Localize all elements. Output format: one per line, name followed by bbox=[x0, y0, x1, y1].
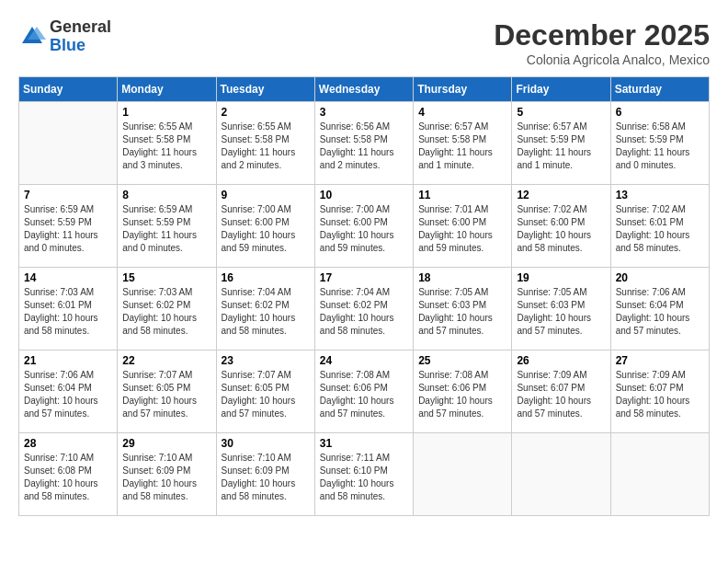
day-info: Sunrise: 7:06 AM Sunset: 6:04 PM Dayligh… bbox=[616, 286, 704, 338]
calendar-cell: 25Sunrise: 7:08 AM Sunset: 6:06 PM Dayli… bbox=[414, 350, 512, 433]
logo: General Blue bbox=[18, 18, 111, 55]
calendar-cell: 1Sunrise: 6:55 AM Sunset: 5:58 PM Daylig… bbox=[118, 102, 216, 185]
day-info: Sunrise: 7:03 AM Sunset: 6:01 PM Dayligh… bbox=[24, 286, 112, 338]
month-title: December 2025 bbox=[494, 18, 710, 52]
day-info: Sunrise: 7:02 AM Sunset: 6:01 PM Dayligh… bbox=[616, 203, 704, 255]
calendar-table: SundayMondayTuesdayWednesdayThursdayFrid… bbox=[18, 76, 710, 516]
day-info: Sunrise: 7:00 AM Sunset: 6:00 PM Dayligh… bbox=[320, 203, 408, 255]
day-number: 26 bbox=[517, 354, 605, 367]
day-info: Sunrise: 6:57 AM Sunset: 5:58 PM Dayligh… bbox=[418, 121, 506, 172]
day-number: 30 bbox=[222, 437, 310, 450]
day-info: Sunrise: 6:57 AM Sunset: 5:59 PM Dayligh… bbox=[517, 121, 605, 172]
calendar-cell: 29Sunrise: 7:10 AM Sunset: 6:09 PM Dayli… bbox=[118, 433, 216, 516]
calendar-week-row-4: 21Sunrise: 7:06 AM Sunset: 6:04 PM Dayli… bbox=[19, 350, 710, 433]
day-info: Sunrise: 7:07 AM Sunset: 6:05 PM Dayligh… bbox=[122, 369, 210, 420]
calendar-cell: 28Sunrise: 7:10 AM Sunset: 6:08 PM Dayli… bbox=[19, 433, 118, 516]
day-number: 10 bbox=[320, 189, 408, 201]
day-info: Sunrise: 6:58 AM Sunset: 5:59 PM Dayligh… bbox=[616, 121, 704, 172]
weekday-header-wednesday: Wednesday bbox=[314, 77, 413, 102]
calendar-cell: 5Sunrise: 6:57 AM Sunset: 5:59 PM Daylig… bbox=[512, 102, 610, 185]
day-number: 4 bbox=[418, 106, 506, 119]
day-number: 16 bbox=[222, 271, 310, 284]
calendar-cell: 16Sunrise: 7:04 AM Sunset: 6:02 PM Dayli… bbox=[216, 268, 314, 350]
calendar-cell: 19Sunrise: 7:05 AM Sunset: 6:03 PM Dayli… bbox=[512, 268, 610, 350]
calendar-cell: 7Sunrise: 6:59 AM Sunset: 5:59 PM Daylig… bbox=[19, 185, 118, 268]
calendar-cell: 23Sunrise: 7:07 AM Sunset: 6:05 PM Dayli… bbox=[216, 350, 314, 433]
calendar-cell: 31Sunrise: 7:11 AM Sunset: 6:10 PM Dayli… bbox=[314, 433, 413, 516]
day-info: Sunrise: 7:09 AM Sunset: 6:07 PM Dayligh… bbox=[616, 369, 704, 420]
logo-blue-text: Blue bbox=[50, 37, 111, 55]
day-number: 12 bbox=[517, 189, 605, 201]
day-info: Sunrise: 7:04 AM Sunset: 6:02 PM Dayligh… bbox=[320, 286, 408, 338]
day-number: 9 bbox=[222, 189, 310, 201]
calendar-cell: 20Sunrise: 7:06 AM Sunset: 6:04 PM Dayli… bbox=[610, 268, 709, 350]
calendar-cell: 17Sunrise: 7:04 AM Sunset: 6:02 PM Dayli… bbox=[314, 268, 413, 350]
page-header: General Blue December 2025 Colonia Agric… bbox=[18, 18, 710, 67]
day-info: Sunrise: 7:01 AM Sunset: 6:00 PM Dayligh… bbox=[418, 203, 506, 255]
day-info: Sunrise: 7:10 AM Sunset: 6:09 PM Dayligh… bbox=[222, 452, 310, 503]
calendar-cell: 6Sunrise: 6:58 AM Sunset: 5:59 PM Daylig… bbox=[610, 102, 709, 185]
day-number: 27 bbox=[616, 354, 704, 367]
day-info: Sunrise: 7:05 AM Sunset: 6:03 PM Dayligh… bbox=[517, 286, 605, 338]
day-info: Sunrise: 7:10 AM Sunset: 6:08 PM Dayligh… bbox=[24, 452, 112, 503]
calendar-cell: 15Sunrise: 7:03 AM Sunset: 6:02 PM Dayli… bbox=[118, 268, 216, 350]
day-info: Sunrise: 7:04 AM Sunset: 6:02 PM Dayligh… bbox=[222, 286, 310, 338]
day-number: 7 bbox=[24, 189, 112, 201]
calendar-cell bbox=[414, 433, 512, 516]
calendar-cell bbox=[512, 433, 610, 516]
day-number: 25 bbox=[418, 354, 506, 367]
day-info: Sunrise: 6:59 AM Sunset: 5:59 PM Dayligh… bbox=[24, 203, 112, 255]
day-number: 21 bbox=[24, 354, 112, 367]
calendar-cell: 26Sunrise: 7:09 AM Sunset: 6:07 PM Dayli… bbox=[512, 350, 610, 433]
day-info: Sunrise: 6:56 AM Sunset: 5:58 PM Dayligh… bbox=[320, 121, 408, 172]
day-info: Sunrise: 7:06 AM Sunset: 6:04 PM Dayligh… bbox=[24, 369, 112, 420]
calendar-cell: 18Sunrise: 7:05 AM Sunset: 6:03 PM Dayli… bbox=[414, 268, 512, 350]
calendar-cell: 21Sunrise: 7:06 AM Sunset: 6:04 PM Dayli… bbox=[19, 350, 118, 433]
weekday-header-friday: Friday bbox=[512, 77, 610, 102]
calendar-cell: 13Sunrise: 7:02 AM Sunset: 6:01 PM Dayli… bbox=[610, 185, 709, 268]
day-number: 6 bbox=[616, 106, 704, 119]
calendar-cell bbox=[19, 102, 118, 185]
calendar-week-row-2: 7Sunrise: 6:59 AM Sunset: 5:59 PM Daylig… bbox=[19, 185, 710, 268]
calendar-week-row-3: 14Sunrise: 7:03 AM Sunset: 6:01 PM Dayli… bbox=[19, 268, 710, 350]
calendar-cell: 4Sunrise: 6:57 AM Sunset: 5:58 PM Daylig… bbox=[414, 102, 512, 185]
calendar-cell: 3Sunrise: 6:56 AM Sunset: 5:58 PM Daylig… bbox=[314, 102, 413, 185]
calendar-cell: 22Sunrise: 7:07 AM Sunset: 6:05 PM Dayli… bbox=[118, 350, 216, 433]
day-number: 19 bbox=[517, 271, 605, 284]
day-number: 15 bbox=[122, 271, 210, 284]
location-subtitle: Colonia Agricola Analco, Mexico bbox=[494, 52, 710, 67]
calendar-cell: 10Sunrise: 7:00 AM Sunset: 6:00 PM Dayli… bbox=[314, 185, 413, 268]
logo-icon bbox=[18, 23, 46, 51]
day-number: 20 bbox=[616, 271, 704, 284]
calendar-week-row-5: 28Sunrise: 7:10 AM Sunset: 6:08 PM Dayli… bbox=[19, 433, 710, 516]
day-number: 17 bbox=[320, 271, 408, 284]
weekday-header-monday: Monday bbox=[118, 77, 216, 102]
day-info: Sunrise: 6:55 AM Sunset: 5:58 PM Dayligh… bbox=[222, 121, 310, 172]
day-number: 1 bbox=[122, 106, 210, 119]
calendar-cell: 12Sunrise: 7:02 AM Sunset: 6:00 PM Dayli… bbox=[512, 185, 610, 268]
calendar-cell: 9Sunrise: 7:00 AM Sunset: 6:00 PM Daylig… bbox=[216, 185, 314, 268]
day-info: Sunrise: 7:07 AM Sunset: 6:05 PM Dayligh… bbox=[222, 369, 310, 420]
day-info: Sunrise: 6:55 AM Sunset: 5:58 PM Dayligh… bbox=[122, 121, 210, 172]
day-number: 22 bbox=[122, 354, 210, 367]
day-number: 5 bbox=[517, 106, 605, 119]
calendar-week-row-1: 1Sunrise: 6:55 AM Sunset: 5:58 PM Daylig… bbox=[19, 102, 710, 185]
calendar-cell: 27Sunrise: 7:09 AM Sunset: 6:07 PM Dayli… bbox=[610, 350, 709, 433]
calendar-cell: 14Sunrise: 7:03 AM Sunset: 6:01 PM Dayli… bbox=[19, 268, 118, 350]
weekday-header-thursday: Thursday bbox=[414, 77, 512, 102]
day-info: Sunrise: 7:10 AM Sunset: 6:09 PM Dayligh… bbox=[122, 452, 210, 503]
calendar-cell: 24Sunrise: 7:08 AM Sunset: 6:06 PM Dayli… bbox=[314, 350, 413, 433]
day-info: Sunrise: 7:08 AM Sunset: 6:06 PM Dayligh… bbox=[320, 369, 408, 420]
weekday-header-saturday: Saturday bbox=[610, 77, 709, 102]
day-info: Sunrise: 6:59 AM Sunset: 5:59 PM Dayligh… bbox=[122, 203, 210, 255]
day-number: 3 bbox=[320, 106, 408, 119]
day-info: Sunrise: 7:11 AM Sunset: 6:10 PM Dayligh… bbox=[320, 452, 408, 503]
day-info: Sunrise: 7:03 AM Sunset: 6:02 PM Dayligh… bbox=[122, 286, 210, 338]
day-number: 8 bbox=[122, 189, 210, 201]
calendar-cell: 2Sunrise: 6:55 AM Sunset: 5:58 PM Daylig… bbox=[216, 102, 314, 185]
day-info: Sunrise: 7:09 AM Sunset: 6:07 PM Dayligh… bbox=[517, 369, 605, 420]
day-number: 28 bbox=[24, 437, 112, 450]
calendar-cell bbox=[610, 433, 709, 516]
calendar-cell: 8Sunrise: 6:59 AM Sunset: 5:59 PM Daylig… bbox=[118, 185, 216, 268]
day-number: 31 bbox=[320, 437, 408, 450]
